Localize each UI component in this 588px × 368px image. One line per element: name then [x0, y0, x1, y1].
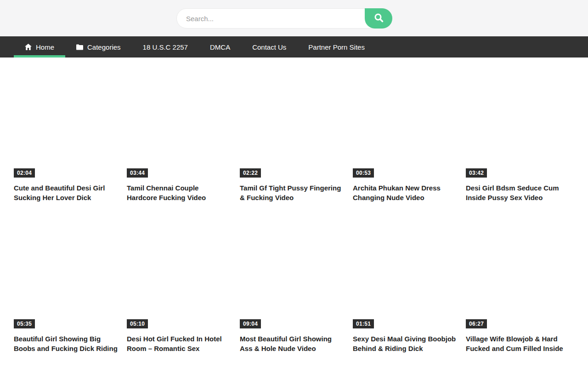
- folder-icon: [76, 44, 83, 50]
- duration-badge: 00:53: [353, 168, 374, 178]
- home-icon: [25, 44, 32, 50]
- duration-badge: 05:35: [14, 319, 35, 328]
- video-title[interactable]: Tamil Chennai Couple Hardcore Fucking Vi…: [127, 183, 231, 202]
- nav-item-label: Partner Porn Sites: [308, 43, 365, 51]
- duration-badge: 09:04: [240, 319, 261, 328]
- video-title[interactable]: Most Beautiful Girl Showing Ass & Hole N…: [240, 334, 344, 353]
- duration-badge: 01:51: [353, 319, 374, 328]
- video-thumbnail[interactable]: 09:04: [240, 216, 344, 330]
- video-title[interactable]: Sexy Desi Maal Giving Boobjob Behind & R…: [353, 334, 457, 353]
- video-thumbnail[interactable]: 00:53: [353, 65, 457, 179]
- video-thumbnail[interactable]: 02:22: [240, 65, 344, 179]
- video-thumbnail[interactable]: 03:42: [466, 65, 570, 179]
- video-title[interactable]: Beautiful Girl Showing Big Boobs and Fuc…: [14, 334, 118, 353]
- top-search-bar: [0, 0, 588, 36]
- nav-item-label: DMCA: [210, 43, 230, 51]
- video-thumbnail[interactable]: 06:27: [466, 216, 570, 330]
- search-icon: [373, 12, 384, 24]
- video-title[interactable]: Archita Phukan New Dress Changing Nude V…: [353, 183, 457, 202]
- video-thumbnail[interactable]: 03:44: [127, 65, 231, 179]
- nav-item-categories[interactable]: Categories: [65, 36, 132, 58]
- nav-item-label: Contact Us: [252, 43, 286, 51]
- nav-item-label: Categories: [87, 43, 121, 51]
- nav-item-dmca[interactable]: DMCA: [199, 36, 241, 58]
- video-card: 09:04 Most Beautiful Girl Showing Ass & …: [240, 216, 344, 353]
- video-card: 00:53 Archita Phukan New Dress Changing …: [353, 65, 457, 202]
- duration-badge: 03:42: [466, 168, 487, 178]
- duration-badge: 05:10: [127, 319, 148, 328]
- video-title[interactable]: Cute and Beautiful Desi Girl Sucking Her…: [14, 183, 118, 202]
- main-nav: Home Categories 18 U.S.C 2257 DMCA Conta…: [0, 36, 588, 58]
- video-thumbnail[interactable]: 01:51: [353, 216, 457, 330]
- video-thumbnail[interactable]: 05:10: [127, 216, 231, 330]
- duration-badge: 06:27: [466, 319, 487, 328]
- video-card: 02:04 Cute and Beautiful Desi Girl Sucki…: [14, 65, 118, 202]
- video-card: 05:35 Beautiful Girl Showing Big Boobs a…: [14, 216, 118, 353]
- video-card: 01:51 Sexy Desi Maal Giving Boobjob Behi…: [353, 216, 457, 353]
- nav-item-2257[interactable]: 18 U.S.C 2257: [132, 36, 199, 58]
- nav-item-label: Home: [36, 43, 54, 51]
- video-title[interactable]: Tamil Gf Tight Pussy Fingering & Fucking…: [240, 183, 344, 202]
- nav-item-partner-sites[interactable]: Partner Porn Sites: [297, 36, 376, 58]
- video-thumbnail[interactable]: 02:04: [14, 65, 118, 179]
- duration-badge: 02:04: [14, 168, 35, 178]
- video-card: 06:27 Village Wife Blowjob & Hard Fucked…: [466, 216, 570, 353]
- search-input[interactable]: [176, 8, 392, 29]
- search-form: [176, 8, 392, 29]
- duration-badge: 03:44: [127, 168, 148, 178]
- video-card: 03:44 Tamil Chennai Couple Hardcore Fuck…: [127, 65, 231, 202]
- nav-item-label: 18 U.S.C 2257: [143, 43, 188, 51]
- video-title[interactable]: Desi Hot Girl Fucked In Hotel Room – Rom…: [127, 334, 231, 353]
- nav-item-home[interactable]: Home: [14, 36, 65, 58]
- nav-item-contact-us[interactable]: Contact Us: [241, 36, 297, 58]
- video-thumbnail[interactable]: 05:35: [14, 216, 118, 330]
- search-button[interactable]: [365, 8, 392, 29]
- video-card: 03:42 Desi Girl Bdsm Seduce Cum Inside P…: [466, 65, 570, 202]
- duration-badge: 02:22: [240, 168, 261, 178]
- video-grid: 02:04 Cute and Beautiful Desi Girl Sucki…: [14, 65, 574, 353]
- video-card: 05:10 Desi Hot Girl Fucked In Hotel Room…: [127, 216, 231, 353]
- video-title[interactable]: Desi Girl Bdsm Seduce Cum Inside Pussy S…: [466, 183, 570, 202]
- video-card: 02:22 Tamil Gf Tight Pussy Fingering & F…: [240, 65, 344, 202]
- video-title[interactable]: Village Wife Blowjob & Hard Fucked and C…: [466, 334, 570, 353]
